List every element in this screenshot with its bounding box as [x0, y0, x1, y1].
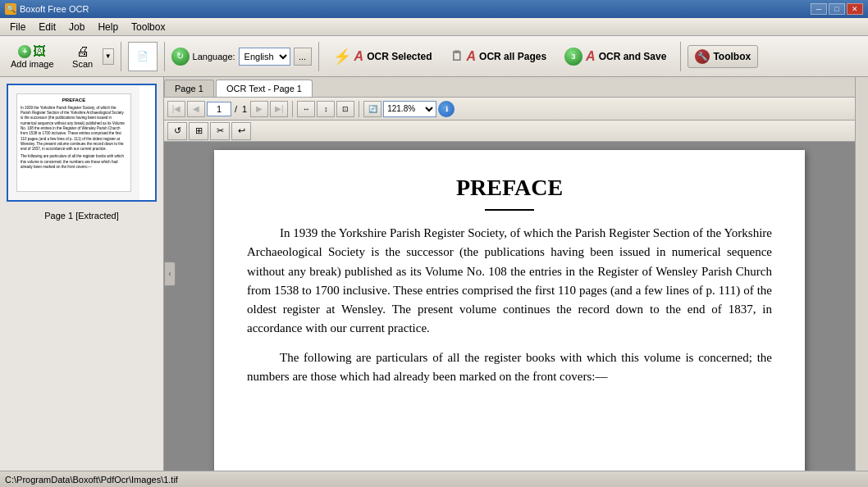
- title-bar: 🔍 Boxoft Free OCR ─ □ ✕: [0, 0, 868, 18]
- zoom-fit-page-button[interactable]: ⊡: [336, 101, 354, 117]
- rotate-left-button[interactable]: ↺: [167, 122, 187, 140]
- status-path: C:\ProgramData\Boxoft\PdfOcr\Images\1.ti…: [5, 475, 178, 485]
- scan-button[interactable]: 🖨 Scan: [63, 41, 103, 72]
- first-page-button[interactable]: |◀: [167, 101, 185, 117]
- add-circle-icon: +: [18, 45, 31, 58]
- ocr-all-pages-label: OCR all Pages: [479, 51, 546, 62]
- main-area: PREFACE In 1939 the Yorkshire Parish Reg…: [0, 77, 868, 471]
- view-sep-1: [292, 101, 293, 117]
- document-paragraph-2: The following are particulars of all the…: [247, 348, 772, 387]
- maximize-button[interactable]: □: [829, 3, 845, 15]
- menu-edit[interactable]: Edit: [32, 20, 62, 34]
- toolbar-separator-2: [164, 42, 165, 71]
- thumb-image: PREFACE In 1939 the Yorkshire Parish Reg…: [8, 85, 139, 200]
- toolbar-separator-1: [121, 42, 121, 71]
- ocr-all-pages-icon: 🗒: [450, 49, 464, 64]
- ocr-selected-button[interactable]: ⚡ A OCR Selected: [326, 43, 440, 70]
- main-toolbar: + 🖼 Add image 🖨 Scan ▼ 📄 ↻ Language: Eng…: [0, 36, 868, 77]
- menu-bar: File Edit Job Help Toolbox: [0, 18, 868, 36]
- document-paragraph-1: In 1939 the Yorkshire Parish Register So…: [247, 224, 772, 339]
- language-label: Language:: [193, 52, 235, 61]
- tab-bar: Page 1 OCR Text - Page 1: [164, 77, 855, 98]
- zoom-fit-height-button[interactable]: ↕: [317, 101, 335, 117]
- prev-page-button[interactable]: ◀: [187, 101, 205, 117]
- app-title: Boxoft Free OCR: [20, 4, 89, 14]
- zoom-select[interactable]: 121.8% 50% 75% 100% 150% 200%: [383, 101, 436, 117]
- document-view: PREFACE In 1939 the Yorkshire Parish Reg…: [164, 142, 855, 471]
- language-select[interactable]: English: [239, 48, 290, 66]
- toolbox-icon: 🔧: [695, 49, 710, 64]
- ocr-all-a-icon: A: [467, 49, 477, 64]
- close-button[interactable]: ✕: [847, 3, 863, 15]
- scan-group: 🖨 Scan ▼: [63, 41, 114, 72]
- content-area: Page 1 OCR Text - Page 1 |◀ ◀ 1 / 1 ▶ ▶|…: [164, 77, 855, 471]
- toolbar-separator-3: [318, 42, 319, 71]
- page-preview-icon: 📄: [128, 42, 158, 71]
- toolbox-label: Toolbox: [713, 51, 751, 62]
- language-more-button[interactable]: ...: [294, 48, 312, 66]
- menu-toolbox[interactable]: Toolbox: [125, 20, 171, 34]
- add-image-icon-row: + 🖼: [18, 44, 46, 59]
- crop-tool-button[interactable]: ⊞: [189, 122, 208, 140]
- document-body: In 1939 the Yorkshire Parish Register So…: [247, 224, 772, 386]
- ocr-selected-icon: ⚡: [333, 48, 351, 66]
- scan-icon: 🖨: [76, 44, 89, 59]
- view-sep-2: [359, 101, 359, 117]
- page-number-input[interactable]: 1: [207, 102, 231, 116]
- ocr-save-circle-icon: 3: [564, 48, 582, 66]
- page-thumbnail-label: Page 1 [Extracted]: [7, 208, 157, 223]
- last-page-button[interactable]: ▶|: [270, 101, 288, 117]
- reset-tool-button[interactable]: ↩: [231, 122, 251, 140]
- refresh-icon: ↻: [171, 48, 190, 66]
- sidebar: PREFACE In 1939 the Yorkshire Parish Reg…: [0, 77, 164, 471]
- thumb-content-preview: PREFACE In 1939 the Yorkshire Parish Reg…: [16, 93, 131, 192]
- zoom-fit-width-button[interactable]: ↔: [297, 101, 315, 117]
- status-bar: C:\ProgramData\Boxoft\PdfOcr\Images\1.ti…: [0, 471, 868, 487]
- ocr-save-button[interactable]: 3 A OCR and Save: [557, 43, 674, 70]
- next-page-button[interactable]: ▶: [250, 101, 268, 117]
- tab-ocr-text[interactable]: OCR Text - Page 1: [216, 80, 313, 97]
- ocr-save-a-icon: A: [586, 49, 596, 64]
- document-title: PREFACE: [247, 175, 772, 201]
- tab-page[interactable]: Page 1: [164, 80, 214, 97]
- add-image-button[interactable]: + 🖼 Add image: [5, 41, 60, 72]
- add-photo-icon: 🖼: [33, 44, 46, 59]
- sidebar-collapse-button[interactable]: ‹: [164, 262, 176, 286]
- page-separator: /: [233, 104, 239, 114]
- toolbox-button[interactable]: 🔧 Toolbox: [688, 45, 758, 68]
- zoom-sync-button[interactable]: 🔄: [363, 101, 381, 117]
- ocr-all-pages-button[interactable]: 🗒 A OCR all Pages: [443, 45, 555, 68]
- scan-dropdown-arrow[interactable]: ▼: [103, 48, 114, 65]
- language-group: Language: English ...: [193, 48, 312, 66]
- window-controls[interactable]: ─ □ ✕: [811, 3, 863, 15]
- add-image-label: Add image: [11, 59, 54, 69]
- menu-file[interactable]: File: [3, 20, 32, 34]
- ocr-selected-a-icon: A: [354, 49, 364, 64]
- page-thumbnail[interactable]: PREFACE In 1939 the Yorkshire Parish Reg…: [7, 84, 157, 202]
- select-tool-button[interactable]: ✂: [210, 122, 230, 140]
- document-rule: [485, 209, 534, 211]
- view-toolbar: |◀ ◀ 1 / 1 ▶ ▶| ↔ ↕ ⊡ 🔄 121.8% 50% 75% 1…: [164, 98, 855, 121]
- ocr-save-label: OCR and Save: [599, 51, 667, 62]
- ocr-selected-label: OCR Selected: [367, 51, 432, 62]
- menu-job[interactable]: Job: [62, 20, 91, 34]
- document-page: PREFACE In 1939 the Yorkshire Parish Reg…: [214, 150, 805, 471]
- total-pages: 1: [240, 104, 249, 114]
- view-toolbar-2: ↺ ⊞ ✂ ↩: [164, 121, 855, 142]
- toolbar-separator-4: [680, 42, 681, 71]
- vertical-scrollbar[interactable]: [855, 77, 868, 471]
- menu-help[interactable]: Help: [91, 20, 125, 34]
- scan-icon-row: 🖨: [76, 44, 89, 59]
- scan-label: Scan: [72, 59, 93, 69]
- app-icon: 🔍: [5, 3, 16, 15]
- minimize-button[interactable]: ─: [811, 3, 827, 15]
- title-bar-left: 🔍 Boxoft Free OCR: [5, 3, 89, 15]
- zoom-info-button[interactable]: ℹ: [438, 101, 455, 117]
